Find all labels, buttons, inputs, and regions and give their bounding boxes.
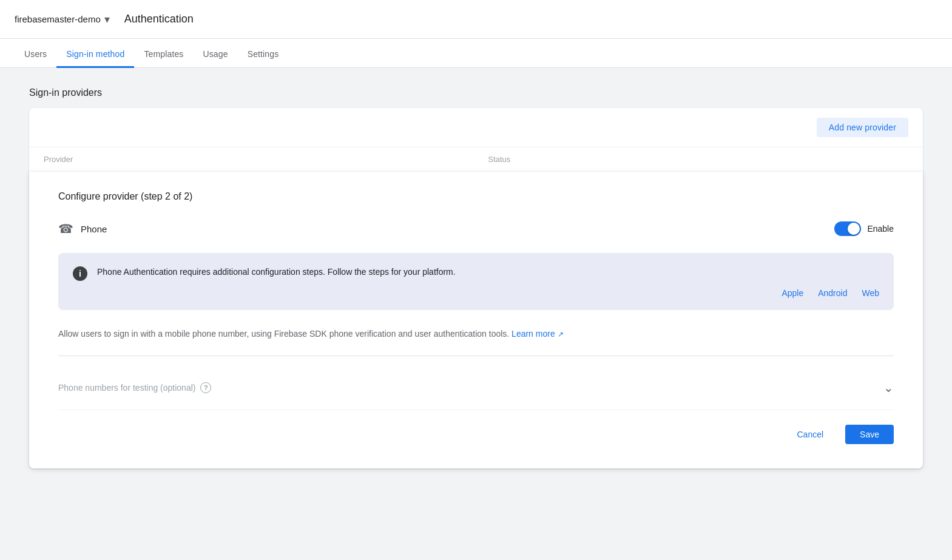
info-link-android[interactable]: Android	[818, 288, 847, 298]
description-text: Allow users to sign in with a mobile pho…	[58, 329, 509, 339]
configure-title: Configure provider (step 2 of 2)	[58, 191, 894, 202]
enable-row: Enable	[834, 221, 894, 236]
testing-chevron-icon: ⌄	[883, 380, 894, 395]
project-chevron-icon: ▾	[104, 13, 110, 26]
testing-row-label: Phone numbers for testing (optional) ?	[58, 382, 211, 393]
page-title: Authentication	[124, 13, 194, 25]
action-row: Cancel Save	[58, 410, 894, 444]
main-content: Sign-in providers Add new provider Provi…	[0, 68, 952, 560]
info-links: Apple Android Web	[97, 288, 879, 298]
provider-row: ☎ Phone Enable	[58, 221, 894, 236]
tab-settings[interactable]: Settings	[238, 42, 289, 68]
cancel-button[interactable]: Cancel	[785, 425, 836, 444]
save-button[interactable]: Save	[845, 425, 894, 444]
tabs-bar: Users Sign-in method Templates Usage Set…	[0, 39, 952, 68]
help-icon: ?	[200, 382, 211, 393]
description: Allow users to sign in with a mobile pho…	[58, 327, 894, 356]
testing-row[interactable]: Phone numbers for testing (optional) ? ⌄	[58, 371, 894, 405]
info-content: Phone Authentication requires additional…	[97, 265, 879, 298]
phone-icon: ☎	[58, 221, 73, 236]
tab-templates[interactable]: Templates	[134, 42, 193, 68]
col-provider-header: Provider	[44, 155, 464, 164]
add-provider-button[interactable]: Add new provider	[817, 118, 908, 137]
table-headers: Provider Status	[29, 147, 923, 172]
learn-more-link[interactable]: Learn more ↗	[511, 329, 563, 339]
top-bar: firebasemaster-demo ▾ Authentication	[0, 0, 952, 39]
info-text: Phone Authentication requires additional…	[97, 265, 879, 278]
section-title: Sign-in providers	[29, 87, 923, 98]
info-icon: i	[73, 266, 87, 281]
testing-label-text: Phone numbers for testing (optional)	[58, 383, 195, 393]
info-box: i Phone Authentication requires addition…	[58, 253, 894, 310]
tab-users[interactable]: Users	[15, 42, 56, 68]
project-name-text: firebasemaster-demo	[15, 14, 101, 24]
toggle-track	[834, 221, 861, 236]
external-link-icon: ↗	[558, 330, 564, 339]
provider-name-text: Phone	[81, 224, 107, 234]
provider-name: ☎ Phone	[58, 221, 107, 236]
col-status-header: Status	[464, 155, 909, 164]
provider-card-header: Add new provider	[29, 108, 923, 147]
tab-sign-in-method[interactable]: Sign-in method	[56, 42, 134, 68]
info-link-apple[interactable]: Apple	[782, 288, 803, 298]
info-link-web[interactable]: Web	[862, 288, 879, 298]
project-name[interactable]: firebasemaster-demo ▾	[15, 13, 110, 26]
configure-panel: Configure provider (step 2 of 2) ☎ Phone…	[29, 172, 923, 468]
enable-toggle[interactable]	[834, 221, 861, 236]
info-icon-text: i	[79, 269, 81, 278]
tab-usage[interactable]: Usage	[193, 42, 237, 68]
enable-label: Enable	[867, 224, 894, 234]
provider-card: Add new provider Provider Status Configu…	[29, 108, 923, 468]
